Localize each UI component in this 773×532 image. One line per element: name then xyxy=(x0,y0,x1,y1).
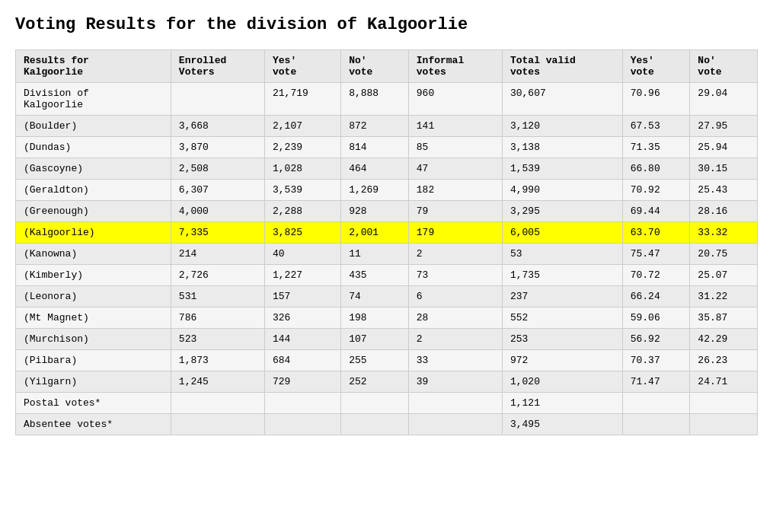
table-header-row: Results for KalgoorlieEnrolled VotersYes… xyxy=(16,50,758,83)
table-cell-no_pct: 20.75 xyxy=(690,244,758,265)
table-cell-no_vote: 872 xyxy=(341,116,409,137)
table-cell-total_valid: 3,295 xyxy=(502,201,622,222)
table-cell-yes_vote xyxy=(265,414,341,435)
table-cell-total_valid: 4,990 xyxy=(502,180,622,201)
table-cell-name: (Yilgarn) xyxy=(16,371,171,393)
table-cell-enrolled: 786 xyxy=(171,307,264,329)
table-cell-enrolled: 2,726 xyxy=(171,265,264,286)
table-cell-yes_pct: 66.24 xyxy=(622,286,690,307)
table-cell-yes_pct: 70.92 xyxy=(622,180,690,201)
table-cell-enrolled: 1,873 xyxy=(171,350,264,371)
table-cell-yes_pct: 75.47 xyxy=(622,244,690,265)
table-cell-enrolled: 4,000 xyxy=(171,201,264,222)
table-cell-informal: 960 xyxy=(408,83,502,116)
table-cell-total_valid: 3,138 xyxy=(502,137,622,158)
table-cell-informal: 73 xyxy=(408,265,502,286)
table-cell-total_valid: 1,020 xyxy=(502,371,622,393)
table-row: (Mt Magnet)7863261982855259.0635.87 xyxy=(16,307,758,329)
table-cell-yes_vote xyxy=(265,393,341,414)
table-row: (Kanowna)214401125375.4720.75 xyxy=(16,244,758,265)
table-cell-no_vote: 252 xyxy=(341,371,409,393)
column-header: No' vote xyxy=(341,50,409,83)
table-cell-no_vote: 8,888 xyxy=(341,83,409,116)
table-row: (Murchison)523144107225356.9242.29 xyxy=(16,329,758,350)
table-cell-total_valid: 30,607 xyxy=(502,83,622,116)
table-cell-no_pct: 25.94 xyxy=(690,137,758,158)
table-cell-total_valid: 1,735 xyxy=(502,265,622,286)
column-header: Yes' vote xyxy=(265,50,341,83)
table-cell-informal: 85 xyxy=(408,137,502,158)
table-cell-informal: 2 xyxy=(408,244,502,265)
table-cell-informal: 2 xyxy=(408,329,502,350)
table-cell-total_valid: 972 xyxy=(502,350,622,371)
table-cell-informal xyxy=(408,414,502,435)
table-cell-enrolled: 214 xyxy=(171,244,264,265)
table-cell-yes_vote: 1,227 xyxy=(265,265,341,286)
table-cell-informal xyxy=(408,393,502,414)
table-cell-yes_pct: 71.47 xyxy=(622,371,690,393)
table-cell-total_valid: 253 xyxy=(502,329,622,350)
table-cell-no_pct: 30.15 xyxy=(690,158,758,180)
table-cell-no_pct: 24.71 xyxy=(690,371,758,393)
table-cell-no_vote xyxy=(341,393,409,414)
column-header: Enrolled Voters xyxy=(171,50,264,83)
table-cell-no_vote: 814 xyxy=(341,137,409,158)
table-cell-yes_vote: 21,719 xyxy=(265,83,341,116)
table-cell-yes_vote: 157 xyxy=(265,286,341,307)
table-cell-informal: 47 xyxy=(408,158,502,180)
table-cell-no_pct xyxy=(690,414,758,435)
table-cell-enrolled: 6,307 xyxy=(171,180,264,201)
table-row: (Gascoyne)2,5081,028464471,53966.8030.15 xyxy=(16,158,758,180)
table-cell-informal: 28 xyxy=(408,307,502,329)
table-cell-name: (Gascoyne) xyxy=(16,158,171,180)
table-cell-no_pct: 26.23 xyxy=(690,350,758,371)
table-cell-name: Absentee votes* xyxy=(16,414,171,435)
table-cell-name: (Murchison) xyxy=(16,329,171,350)
table-row: Division of Kalgoorlie21,7198,88896030,6… xyxy=(16,83,758,116)
table-cell-yes_pct: 59.06 xyxy=(622,307,690,329)
table-cell-enrolled: 1,245 xyxy=(171,371,264,393)
table-cell-no_pct: 25.07 xyxy=(690,265,758,286)
table-cell-no_vote xyxy=(341,414,409,435)
table-cell-total_valid: 6,005 xyxy=(502,222,622,244)
table-cell-no_pct: 27.95 xyxy=(690,116,758,137)
table-cell-name: Division of Kalgoorlie xyxy=(16,83,171,116)
table-cell-yes_vote: 326 xyxy=(265,307,341,329)
table-cell-yes_pct: 56.92 xyxy=(622,329,690,350)
table-cell-no_pct: 29.04 xyxy=(690,83,758,116)
table-cell-yes_pct: 71.35 xyxy=(622,137,690,158)
table-cell-yes_pct: 70.96 xyxy=(622,83,690,116)
table-cell-no_pct: 25.43 xyxy=(690,180,758,201)
table-row: (Leonora)53115774623766.2431.22 xyxy=(16,286,758,307)
table-cell-no_pct: 28.16 xyxy=(690,201,758,222)
table-cell-name: (Boulder) xyxy=(16,116,171,137)
table-cell-name: Postal votes* xyxy=(16,393,171,414)
table-cell-name: (Geraldton) xyxy=(16,180,171,201)
table-cell-no_vote: 74 xyxy=(341,286,409,307)
table-cell-name: (Kalgoorlie) xyxy=(16,222,171,244)
table-cell-name: (Kimberly) xyxy=(16,265,171,286)
table-cell-total_valid: 53 xyxy=(502,244,622,265)
table-cell-informal: 179 xyxy=(408,222,502,244)
table-cell-name: (Mt Magnet) xyxy=(16,307,171,329)
table-cell-yes_pct: 69.44 xyxy=(622,201,690,222)
table-cell-no_vote: 464 xyxy=(341,158,409,180)
table-cell-yes_vote: 2,239 xyxy=(265,137,341,158)
table-cell-yes_pct: 70.72 xyxy=(622,265,690,286)
table-cell-no_vote: 198 xyxy=(341,307,409,329)
table-cell-no_vote: 255 xyxy=(341,350,409,371)
table-cell-yes_pct xyxy=(622,414,690,435)
table-cell-informal: 141 xyxy=(408,116,502,137)
table-cell-informal: 39 xyxy=(408,371,502,393)
table-cell-total_valid: 1,121 xyxy=(502,393,622,414)
table-row: (Geraldton)6,3073,5391,2691824,99070.922… xyxy=(16,180,758,201)
table-cell-no_vote: 928 xyxy=(341,201,409,222)
table-cell-yes_pct: 70.37 xyxy=(622,350,690,371)
column-header: Total valid votes xyxy=(502,50,622,83)
table-cell-informal: 79 xyxy=(408,201,502,222)
table-cell-no_vote: 435 xyxy=(341,265,409,286)
table-row: (Greenough)4,0002,288928793,29569.4428.1… xyxy=(16,201,758,222)
table-row: (Dundas)3,8702,239814853,13871.3525.94 xyxy=(16,137,758,158)
table-cell-name: (Dundas) xyxy=(16,137,171,158)
table-cell-no_vote: 11 xyxy=(341,244,409,265)
